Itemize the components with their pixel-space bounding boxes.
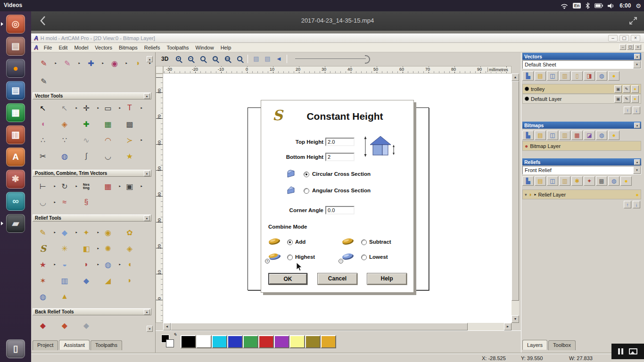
clock[interactable]: 6:00: [619, 2, 631, 9]
zoom-last-icon[interactable]: [235, 54, 244, 64]
spline-icon[interactable]: ∫: [78, 149, 94, 163]
tab-project[interactable]: Project: [33, 340, 58, 350]
edit-layer-icon[interactable]: ✎: [623, 95, 630, 103]
spin-relief-icon[interactable]: ✦ ▸: [78, 225, 94, 239]
swatch-pale-yellow[interactable]: [289, 335, 305, 348]
layer-visibility-icon[interactable]: ●: [631, 85, 639, 93]
collapse-icon[interactable]: ▲: [144, 171, 150, 176]
collapse-icon[interactable]: ▲: [634, 123, 640, 128]
swatch-green[interactable]: [243, 335, 258, 348]
swatch-cyan[interactable]: [212, 335, 227, 348]
bitmap-bulb-icon[interactable]: ●: [608, 131, 619, 140]
menu-item[interactable]: Vectors: [91, 44, 116, 51]
vector-open-icon[interactable]: ▤: [535, 71, 546, 81]
layer-up-icon[interactable]: ↑: [624, 107, 631, 114]
grid-icon[interactable]: ▩: [122, 117, 138, 131]
texture-relief-icon[interactable]: ◈: [122, 241, 138, 255]
diamond-relief-icon[interactable]: ◆: [78, 273, 94, 288]
sphere-relief-icon[interactable]: ◍ ▸: [100, 257, 116, 272]
dome-relief-icon[interactable]: ◒: [57, 257, 73, 272]
merge-layer-icon[interactable]: ▣: [614, 95, 622, 103]
vector-new-icon[interactable]: ▙: [522, 71, 534, 81]
point-array-icon[interactable]: ∴: [35, 133, 51, 147]
relief-reset-icon[interactable]: ✦: [584, 176, 595, 186]
wave-icon[interactable]: ∿: [78, 133, 94, 147]
transform-icon[interactable]: ✛ ▸: [78, 101, 94, 115]
keyboard-layout-indicator[interactable]: En: [573, 3, 581, 8]
pause-icon[interactable]: [618, 348, 623, 354]
stamp-relief-icon[interactable]: ✿: [122, 225, 138, 239]
layer-colour-icon[interactable]: [525, 87, 529, 91]
relief-dropdown[interactable]: Front Relief ▼: [522, 166, 641, 174]
back-relief-add-icon[interactable]: ◆: [57, 318, 73, 332]
launcher-system-settings[interactable]: ✱: [6, 170, 25, 189]
node-edit-icon[interactable]: ↖ ▸: [57, 101, 73, 115]
tab-toolbox[interactable]: Toolbox: [548, 340, 576, 350]
crescent-icon[interactable]: ◖: [35, 117, 51, 131]
collapse-icon[interactable]: ▲: [144, 309, 150, 315]
snapshot-next-icon[interactable]: ▤: [263, 54, 272, 64]
relief-bulb-icon[interactable]: ●: [620, 176, 632, 186]
menu-item[interactable]: Edit: [55, 44, 71, 51]
relief-up-icon[interactable]: ↑: [624, 201, 631, 208]
launcher-files[interactable]: ▤: [6, 37, 25, 56]
relief-save-icon[interactable]: ◫: [547, 176, 558, 186]
lowest-radio[interactable]: [361, 255, 367, 260]
relief-open-icon[interactable]: ▤: [535, 176, 546, 186]
wifi-icon[interactable]: [561, 3, 568, 9]
ok-button[interactable]: OK: [268, 273, 307, 285]
menu-item[interactable]: Model: [71, 44, 91, 51]
paint-draw-icon[interactable]: ✎ ▸: [59, 56, 75, 70]
launcher-calc[interactable]: ▦: [6, 103, 25, 122]
menu-item[interactable]: Bitmaps: [116, 44, 141, 51]
ruler-units[interactable]: millimetres: [487, 67, 509, 72]
rotate-copy-icon[interactable]: ↻ ▸: [57, 179, 73, 193]
fullscreen-icon[interactable]: [629, 16, 637, 25]
bitmap-open-icon[interactable]: ▤: [535, 131, 546, 140]
vector-layer-row[interactable]: trolley ▣✎●: [522, 84, 641, 94]
zoom-in-icon[interactable]: +: [173, 54, 183, 64]
tree-expand-icon[interactable]: ▾: [525, 192, 527, 197]
vector-sheet-icon[interactable]: ▯: [571, 71, 583, 81]
vector-draw-icon[interactable]: ✎ ▸: [36, 56, 52, 70]
fillet-icon[interactable]: ◡: [100, 149, 116, 163]
menu-item[interactable]: Help: [217, 44, 235, 51]
window-titlebar[interactable]: A H mold - ArtCAM Pro - [2D View:0 - Bit…: [31, 33, 644, 43]
cylinder-icon[interactable]: ◍: [57, 149, 73, 163]
extrude-relief-icon[interactable]: ◧ ▸: [78, 241, 94, 255]
vector-save-icon[interactable]: ◫: [547, 71, 558, 81]
vector-merge-icon[interactable]: ◨: [584, 71, 595, 81]
vector-import-icon[interactable]: ▥: [559, 71, 570, 81]
abc-grid-icon[interactable]: ▦: [100, 117, 116, 131]
swoosh-relief-icon[interactable]: ◗ ▸: [78, 257, 94, 272]
relief-snap-icon[interactable]: ◍: [608, 176, 619, 186]
group-icon[interactable]: ▣ ▸: [122, 179, 138, 193]
relief-new-icon[interactable]: ▙: [522, 176, 534, 186]
fg-bg-colour-selector[interactable]: ✎: [161, 335, 175, 349]
collapse-icon[interactable]: ▲: [634, 54, 640, 59]
vertical-scrollbar[interactable]: ▲ ▼: [512, 74, 519, 323]
scroll-right-icon[interactable]: ►: [504, 323, 512, 330]
swatch-blue[interactable]: [227, 335, 243, 348]
back-relief-zero-icon[interactable]: ◆: [78, 318, 94, 332]
zoom-fit-icon[interactable]: ▭: [223, 54, 232, 64]
weave-relief-icon[interactable]: ✳: [57, 241, 73, 255]
nesting-icon[interactable]: Nes ting: [78, 179, 94, 193]
vector-snap-icon[interactable]: ◍: [596, 71, 607, 81]
spiral-icon[interactable]: §: [78, 195, 94, 209]
layer-visibility-icon[interactable]: ●: [631, 95, 639, 103]
turn-relief-icon[interactable]: ◉: [100, 225, 116, 239]
polyline-arrow-icon[interactable]: ≻ ▸: [122, 133, 138, 147]
dropdown-arrow-icon[interactable]: ▼: [633, 166, 641, 174]
highest-radio[interactable]: [287, 255, 293, 260]
preview-arrow-icon[interactable]: ◄: [274, 54, 283, 64]
two-rail-sweep-icon[interactable]: S: [35, 241, 51, 255]
bitmap-snap-icon[interactable]: ◍: [596, 131, 607, 140]
relief-layer-row[interactable]: ▾ ◗ ▸ Relief Layer ●: [522, 189, 641, 199]
angular-cross-section-radio[interactable]: [304, 188, 309, 194]
menu-item[interactable]: Reliefs: [141, 44, 164, 51]
relief-down-icon[interactable]: ↓: [633, 201, 640, 208]
zoom-object-icon[interactable]: □: [210, 54, 220, 64]
sheet-dropdown[interactable]: Default Sheet ▼: [522, 60, 641, 69]
mdi-close-button[interactable]: ×: [635, 44, 641, 50]
